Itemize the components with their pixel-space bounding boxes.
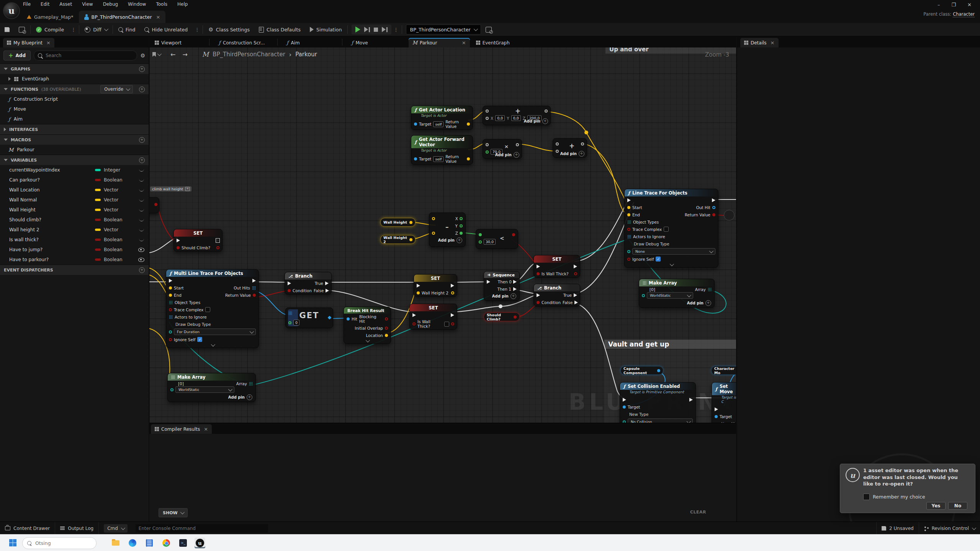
variables-header[interactable]: VARIABLES + [0, 155, 149, 165]
exec-in-pin[interactable] [627, 198, 631, 202]
checkbox[interactable] [664, 227, 669, 232]
node-branch-1[interactable]: ⎇Branch True ConditionFalse [285, 272, 332, 294]
checkbox-checked[interactable] [656, 257, 661, 262]
compile-options-icon[interactable]: ⋮ [69, 27, 78, 33]
expand-node-icon[interactable] [366, 338, 370, 342]
node-set-collision-enabled[interactable]: ƒSet Collision Enabled Target is Primiti… [620, 382, 696, 426]
bool-out-pin[interactable] [385, 317, 388, 320]
variable-row[interactable]: Have to parkour? Boolean [0, 255, 149, 265]
target-pin[interactable] [623, 405, 626, 409]
float-pin[interactable] [486, 150, 489, 154]
exec-in-pin[interactable] [177, 239, 180, 242]
bool-out-pin[interactable] [574, 272, 577, 275]
node-get-wall-height-2[interactable]: Wall Height 2 [380, 235, 416, 244]
node-set-is-wall-thick-2[interactable]: SET Is Wall Thick? [533, 255, 580, 278]
menu-window[interactable]: Window [128, 2, 146, 7]
then1-pin[interactable] [513, 287, 517, 291]
bool-out-pin[interactable] [514, 316, 517, 319]
node-get-wall-height[interactable]: Wall Height [380, 218, 416, 227]
console-command[interactable] [136, 524, 262, 533]
node-clipped[interactable] [149, 197, 159, 213]
array-pin[interactable] [627, 220, 631, 224]
node-set-should-climb[interactable]: SET Should Climb? [173, 229, 223, 252]
macros-header[interactable]: MACROS + [0, 134, 149, 145]
expand-node-icon[interactable] [670, 262, 674, 266]
array-out-pin[interactable] [249, 382, 253, 386]
variable-row[interactable]: Have to jump? Boolean [0, 245, 149, 255]
node-multiply[interactable]: 70,0 × Add pin+ [483, 139, 522, 159]
blueprint-graph[interactable]: Up and over Zoom -3 Vault and get up BLU… [149, 37, 736, 522]
expand-node-icon[interactable] [211, 342, 215, 347]
frame-skip-button[interactable] [364, 27, 370, 32]
taskbar-search-input[interactable] [34, 540, 92, 546]
breadcrumb-root[interactable]: BP_ThirdPersonCharacter [213, 51, 285, 58]
vector-out-pin[interactable] [409, 221, 412, 224]
exec-out-pin[interactable] [574, 265, 577, 268]
functions-header[interactable]: FUNCTIONS (38 OVERRIDABLE) Override + [0, 84, 149, 94]
class-defaults-button[interactable]: Class Defaults [254, 23, 305, 36]
add-pin-icon[interactable]: + [542, 118, 548, 124]
node-get-character-movement[interactable]: Character Mo [711, 366, 736, 375]
add-graph-icon[interactable]: + [139, 66, 145, 72]
exec-in-pin[interactable] [412, 313, 416, 317]
array-pin[interactable] [169, 315, 173, 319]
tab-viewport[interactable]: Viewport [151, 38, 185, 47]
exec-in-pin[interactable] [715, 407, 718, 411]
add-macro-icon[interactable]: + [139, 137, 145, 143]
true-pin[interactable] [574, 293, 577, 297]
vector-pin[interactable] [432, 217, 435, 220]
variable-row[interactable]: Wall Normal Vector [0, 195, 149, 205]
array-pin[interactable] [169, 301, 173, 304]
add-dispatcher-icon[interactable]: + [139, 267, 145, 273]
minimize-button[interactable]: – [937, 2, 940, 8]
node-vector-add[interactable]: X0,0 Y0,0 Z200,0 + Add pin+ [483, 106, 551, 125]
checkbox-checked[interactable] [197, 337, 202, 342]
hide-unrelated-button[interactable]: Hide Unrelated [140, 23, 192, 36]
close-icon[interactable]: × [46, 40, 51, 46]
tab-parkour[interactable]: MParkour × [409, 38, 470, 47]
out-pin[interactable] [581, 142, 584, 146]
eye-closed-icon[interactable] [139, 228, 144, 231]
exec-out-pin[interactable] [252, 279, 256, 283]
exec-in-pin[interactable] [537, 293, 540, 297]
close-icon[interactable]: × [204, 426, 208, 432]
eye-closed-icon[interactable] [139, 188, 144, 191]
tab-bp-thirdpersoncharacter[interactable]: BP_ThirdPersonCharacter × [79, 11, 166, 23]
menu-view[interactable]: View [82, 2, 93, 7]
node-array-get[interactable]: GET 0 [285, 307, 333, 328]
struct-out-pin[interactable] [712, 206, 715, 209]
eye-closed-icon[interactable] [139, 198, 144, 201]
target-pin[interactable] [414, 157, 417, 160]
vector-pin[interactable] [627, 213, 630, 216]
node-set-is-wall-thick-1[interactable]: SET Is Wall Thick? [409, 304, 457, 330]
target-pin[interactable] [414, 123, 417, 126]
sidebar-item-eventgraph[interactable]: EventGraph [0, 74, 149, 84]
exec-out-pin[interactable] [451, 313, 454, 317]
index-pin[interactable] [288, 321, 291, 324]
element-type-dropdown[interactable]: WorldStatic [647, 292, 693, 299]
tab-construction-script[interactable]: ƒConstruction Scr... [215, 38, 269, 47]
vector-out-pin[interactable] [467, 157, 470, 160]
bool-pin[interactable] [412, 322, 416, 325]
node-multi-line-trace[interactable]: ƒMulti Line Trace For Objects Start Out … [166, 269, 259, 348]
add-function-icon[interactable]: + [139, 87, 145, 92]
add-variable-icon[interactable]: + [139, 157, 145, 163]
play-button[interactable] [355, 26, 360, 33]
edge-icon[interactable] [127, 538, 138, 548]
exec-out-pin[interactable] [216, 239, 219, 242]
blueprint-search[interactable] [34, 51, 137, 60]
exec-in-pin[interactable] [169, 279, 172, 283]
save-button[interactable] [0, 23, 14, 36]
variable-row[interactable]: Should climb? Boolean [0, 215, 149, 225]
in-pin[interactable] [486, 110, 489, 113]
node-get-actor-location[interactable]: ƒGet Actor Location Target is Actor Targ… [411, 106, 473, 130]
node-make-array-2[interactable]: Make Array [0] WorldStatic Array Add pin… [639, 279, 715, 308]
sidebar-item-construction-script[interactable]: ƒ Construction Script [0, 94, 149, 104]
eye-closed-icon[interactable] [139, 218, 144, 221]
bool-pin[interactable] [154, 203, 157, 206]
graphs-header[interactable]: GRAPHS + [0, 64, 149, 74]
bool-out-pin[interactable] [512, 233, 515, 236]
array-pin[interactable] [288, 311, 292, 315]
array-out-pin[interactable] [708, 288, 712, 291]
sidebar-item-parkour-macro[interactable]: M Parkour [0, 145, 149, 155]
